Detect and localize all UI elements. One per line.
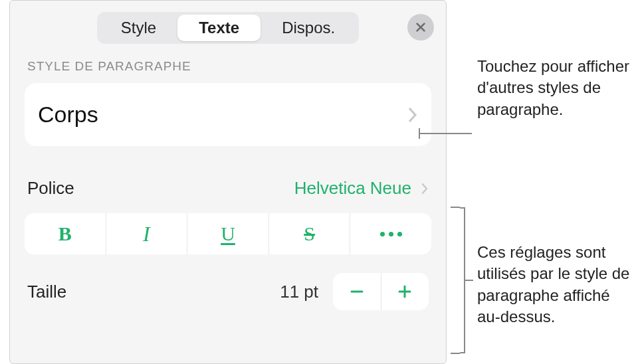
text-style-bar: B I U S — [25, 213, 431, 254]
minus-icon — [349, 284, 365, 300]
size-value: 11 pt — [280, 282, 318, 302]
size-decrease-button[interactable] — [333, 273, 381, 310]
chevron-right-icon — [407, 106, 418, 124]
format-panel: Style Texte Dispos. Style de paragraphe … — [9, 0, 447, 364]
tab-bar-row: Style Texte Dispos. — [22, 10, 434, 46]
bold-button[interactable]: B — [25, 213, 106, 254]
tab-dispos[interactable]: Dispos. — [261, 15, 356, 41]
more-icon — [380, 232, 402, 236]
italic-button[interactable]: I — [106, 213, 188, 254]
font-value: Helvetica Neue — [294, 178, 411, 199]
strikethrough-button[interactable]: S — [269, 213, 351, 254]
chevron-right-icon — [421, 182, 429, 195]
more-button[interactable] — [350, 213, 431, 254]
callout-bracket-bottom — [451, 353, 460, 354]
tab-style[interactable]: Style — [100, 15, 177, 41]
paragraph-style-value: Corps — [38, 102, 98, 128]
callout-paragraph-style: Touchez pour afficher d'autres styles de… — [477, 56, 637, 120]
section-label-paragraph-style: Style de paragraphe — [27, 59, 429, 74]
callout-leader — [419, 133, 472, 134]
segmented-control: Style Texte Dispos. — [97, 12, 359, 44]
font-row[interactable]: Police Helvetica Neue — [22, 169, 434, 208]
size-row: Taille 11 pt — [22, 266, 434, 310]
callout-bracket-mid — [465, 280, 473, 281]
callout-tick — [419, 128, 420, 139]
tab-texte[interactable]: Texte — [177, 15, 261, 41]
size-stepper — [333, 273, 429, 310]
size-increase-button[interactable] — [381, 273, 429, 310]
close-icon — [415, 21, 427, 33]
paragraph-style-row[interactable]: Corps — [25, 83, 431, 146]
plus-icon — [397, 284, 413, 300]
size-label: Taille — [27, 282, 280, 302]
callout-bracket — [460, 207, 465, 353]
callout-bracket-top — [451, 207, 460, 208]
close-button[interactable] — [407, 14, 434, 41]
font-label: Police — [27, 178, 74, 199]
callout-settings: Ces réglages sont utilisés par le style … — [477, 242, 637, 328]
underline-button[interactable]: U — [187, 213, 269, 254]
